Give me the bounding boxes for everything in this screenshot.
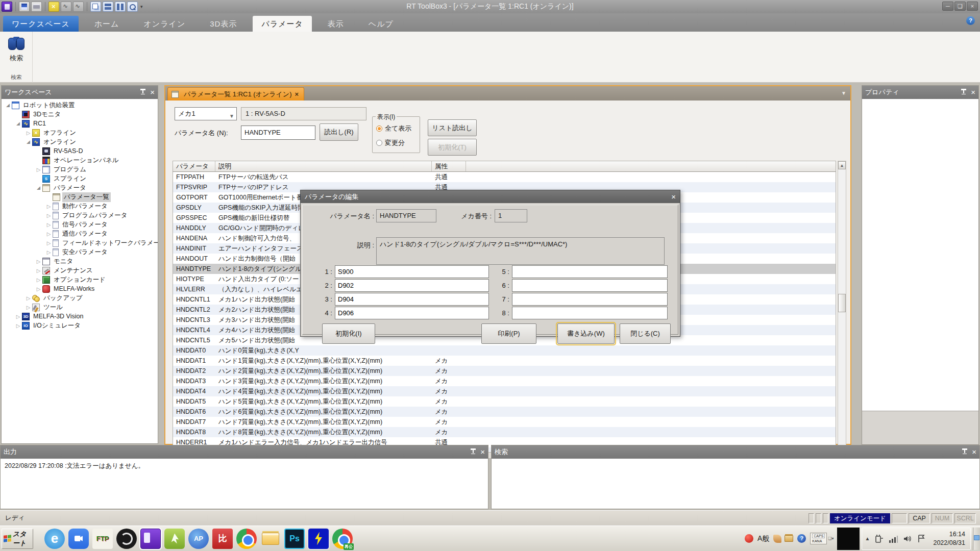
tree-item[interactable]: RC1	[2, 119, 158, 128]
taskbar-app-icon[interactable]	[260, 529, 281, 549]
taskbar-app-icon[interactable]	[68, 529, 89, 549]
tree-expander-icon[interactable]	[45, 222, 52, 228]
tree-expander-icon[interactable]	[45, 249, 52, 255]
tree-expander-icon[interactable]	[15, 121, 21, 126]
tree-expander-icon[interactable]	[45, 204, 52, 209]
ime-toolbox-icon[interactable]	[785, 535, 793, 542]
list-read-button[interactable]: リスト読出し(D)	[428, 119, 477, 136]
tree-item[interactable]: RV-5AS-D	[2, 146, 158, 156]
tree-expander-icon[interactable]	[35, 259, 42, 264]
taskbar-app-icon[interactable]: Ps	[284, 529, 305, 549]
tree-expander-icon[interactable]	[15, 314, 21, 319]
tree-expander-icon[interactable]	[45, 231, 52, 237]
ime-mode-indicator[interactable]: A般	[757, 534, 769, 543]
pin-icon[interactable]	[470, 448, 476, 456]
table-row[interactable]: HNDDAT8 ハンド8質量(kg),大きさ(X,Y,Z)(mm),重心位置(X…	[173, 427, 836, 437]
tree-expander-icon[interactable]	[45, 213, 52, 218]
minimize-button[interactable]: ─	[942, 2, 953, 11]
tree-expander-icon[interactable]	[45, 240, 52, 246]
cascade-windows-icon[interactable]	[90, 2, 101, 12]
speaker-icon[interactable]	[902, 534, 913, 544]
dialog-field-input[interactable]	[335, 293, 489, 306]
dialog-field-input[interactable]	[512, 279, 668, 292]
tree-item[interactable]: オペレーションパネル	[2, 156, 158, 165]
ribbon-tab[interactable]: ワークスペース	[3, 16, 79, 32]
table-row[interactable]: HNDDAT2 ハンド2質量(kg),大きさ(X,Y,Z)(mm),重心位置(X…	[173, 366, 836, 376]
zoom-window-icon[interactable]	[127, 2, 138, 12]
table-row[interactable]: HNDDAT7 ハンド7質量(kg),大きさ(X,Y,Z)(mm),重心位置(X…	[173, 417, 836, 427]
tree-expander-icon[interactable]	[25, 139, 32, 144]
help-icon[interactable]: ?	[966, 16, 975, 25]
scroll-up-icon[interactable]: ▲	[838, 161, 846, 169]
monitor-chart2-icon[interactable]	[73, 2, 84, 12]
dialog-title-bar[interactable]: パラメータの編集 ×	[301, 190, 680, 203]
ime-pad-icon[interactable]	[773, 535, 781, 543]
tree-expander-icon[interactable]	[35, 268, 42, 273]
monitor-chart-icon[interactable]	[61, 2, 71, 12]
tree-item[interactable]: プログラム	[2, 165, 158, 174]
scrollbar-thumb[interactable]	[838, 294, 846, 312]
tree-expander-icon[interactable]	[25, 305, 32, 310]
pin-icon[interactable]	[962, 448, 968, 456]
black-window-thumbnail[interactable]	[837, 528, 860, 550]
show-desktop-button[interactable]	[973, 528, 980, 550]
ribbon-tab[interactable]: パラメータ	[253, 16, 311, 32]
close-icon[interactable]: ×	[480, 448, 485, 456]
taskbar-app-icon[interactable]: FTP	[92, 529, 113, 549]
print-icon[interactable]	[31, 2, 42, 12]
tree-item[interactable]: ロボット供給装置	[2, 101, 158, 110]
tree-item[interactable]: 信号パラメータ	[2, 220, 158, 229]
table-row[interactable]: HNDDAT0 ハンド0質量(kg),大きさ(X,Y	[173, 345, 836, 356]
taskbar-app-icon[interactable]	[116, 529, 137, 549]
start-button[interactable]: スタート	[2, 529, 33, 549]
action-center-flag-icon[interactable]	[917, 534, 927, 544]
column-header-attribute[interactable]: 属性	[432, 161, 466, 171]
tree-expander-icon[interactable]	[25, 295, 32, 301]
radio-icon[interactable]	[376, 126, 382, 132]
pin-icon[interactable]	[961, 89, 967, 96]
dialog-write-button[interactable]: 書き込み(W)	[557, 323, 615, 344]
ribbon-tab[interactable]: 3D表示	[201, 16, 246, 32]
tree-expander-icon[interactable]	[35, 277, 42, 283]
dialog-field-input[interactable]	[335, 279, 489, 292]
tree-expander-icon[interactable]	[5, 103, 11, 108]
dialog-field-input[interactable]	[512, 265, 668, 278]
tile-horizontal-icon[interactable]	[103, 2, 113, 12]
offline-mode-icon[interactable]	[48, 2, 59, 12]
tree-item[interactable]: MELFA-Works	[2, 284, 158, 293]
ime-help-icon[interactable]: ?	[797, 534, 806, 543]
ribbon-tab[interactable]: ヘルプ	[360, 16, 402, 32]
tree-item[interactable]: パラメータ	[2, 183, 158, 192]
tab-list-dropdown-icon[interactable]: ▼	[841, 90, 846, 96]
read-button[interactable]: 読出し(R)	[320, 123, 358, 141]
parameter-name-input[interactable]: HANDTYPE	[241, 126, 315, 140]
tree-expander-icon[interactable]	[25, 130, 32, 136]
tree-item[interactable]: バックアップ	[2, 293, 158, 303]
taskbar-app-icon[interactable]: 比	[212, 529, 233, 549]
tree-item[interactable]: オフライン	[2, 128, 158, 137]
tree-item[interactable]: モニタ	[2, 257, 158, 266]
taskbar-app-icon[interactable]: 再公	[332, 529, 353, 549]
table-row[interactable]: HNDDAT5 ハンド5質量(kg),大きさ(X,Y,Z)(mm),重心位置(X…	[173, 396, 836, 407]
table-row[interactable]: FTPPATH FTPサーバの転送先パス 共通	[173, 172, 836, 182]
tree-item[interactable]: 安全パラメータ	[2, 247, 158, 257]
close-icon[interactable]: ×	[971, 89, 975, 96]
restore-button[interactable]: ❏	[954, 2, 966, 11]
document-tab-close-icon[interactable]: ×	[295, 90, 299, 98]
search-button[interactable]: 検索	[4, 34, 29, 70]
tree-item[interactable]: S スプライン	[2, 174, 158, 183]
power-plug-icon[interactable]	[874, 534, 884, 544]
toolbar-dropdown-icon[interactable]: ▾	[140, 4, 143, 9]
close-icon[interactable]: ×	[972, 448, 976, 456]
tree-item[interactable]: パラメータ一覧	[2, 192, 158, 202]
ribbon-tab[interactable]: オンライン	[135, 16, 194, 32]
taskbar-app-icon[interactable]	[308, 529, 329, 549]
ribbon-tab[interactable]: ホーム	[86, 16, 128, 32]
tree-item[interactable]: メンテナンス	[2, 266, 158, 275]
save-icon[interactable]	[19, 2, 30, 12]
tree-item[interactable]: ツール	[2, 303, 158, 312]
tree-item[interactable]: フィールドネットワークパラメータ	[2, 238, 158, 247]
dialog-field-input[interactable]	[512, 307, 668, 319]
tree-item[interactable]: 通信パラメータ	[2, 229, 158, 238]
dialog-print-button[interactable]: 印刷(P)	[481, 323, 536, 344]
